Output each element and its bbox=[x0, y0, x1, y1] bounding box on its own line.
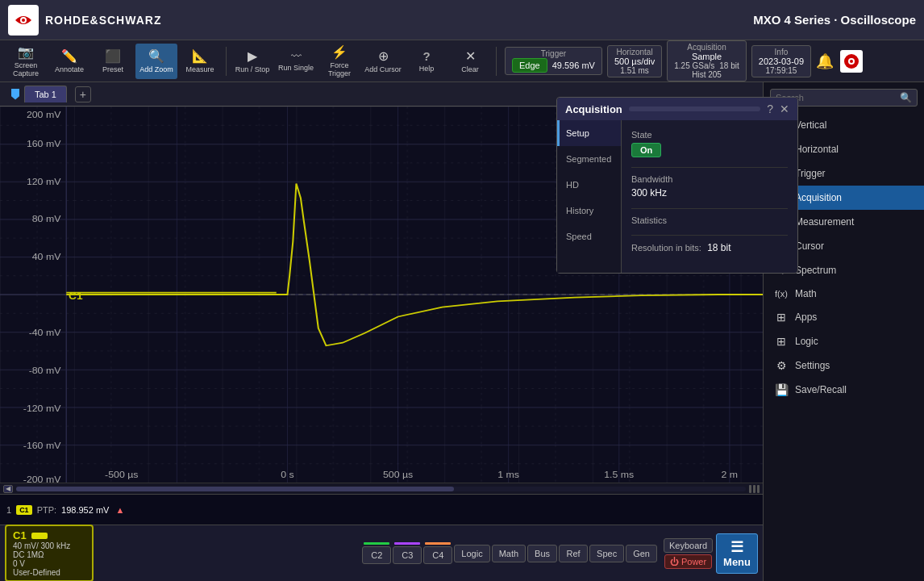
horizontal-status-group: Horizontal 500 µs/div 1.51 ms bbox=[607, 45, 662, 77]
acquisition-status-group: Acquisition Sample 1.25 GSa/s 18 bit His… bbox=[667, 40, 747, 82]
meas-warning-icon: ▲ bbox=[115, 505, 124, 515]
bandwidth-label: Bandwidth bbox=[631, 174, 788, 184]
scroll-left-icon: ◀ bbox=[6, 485, 10, 492]
ref-button[interactable]: Ref bbox=[559, 545, 588, 562]
run-stop-button[interactable]: ▶ Run / Stop bbox=[231, 44, 273, 79]
acquisition-panel-title: Acquisition bbox=[565, 103, 622, 115]
bandwidth-value: 300 kHz bbox=[631, 187, 788, 199]
acq-segmented-item[interactable]: Segmented bbox=[557, 146, 621, 172]
panel-resize-handle[interactable] bbox=[629, 107, 760, 111]
acquisition-sidebar: Setup Segmented HD History Speed bbox=[557, 120, 622, 273]
clear-button[interactable]: ✕ Clear bbox=[449, 44, 491, 79]
run-single-button[interactable]: 〰 Run Single bbox=[275, 44, 317, 79]
scroll-handle bbox=[757, 485, 760, 493]
menu-icon: ☰ bbox=[723, 538, 751, 556]
measure-icon: 📐 bbox=[192, 48, 208, 64]
add-zoom-button[interactable]: 🔍 Add Zoom bbox=[135, 44, 177, 79]
nav-item-apps[interactable]: ⊞ Apps bbox=[764, 305, 924, 329]
trigger-edge-btn[interactable]: Edge bbox=[512, 58, 547, 73]
annotate-button[interactable]: ✏️ Annotate bbox=[48, 44, 90, 79]
svg-text:500 µs: 500 µs bbox=[383, 470, 413, 479]
panel-close-btn[interactable]: ✕ bbox=[780, 102, 789, 115]
state-toggle[interactable]: On bbox=[631, 143, 661, 157]
svg-text:200 mV: 200 mV bbox=[27, 111, 61, 119]
math-button[interactable]: Math bbox=[492, 545, 526, 562]
camera-icon: 📷 bbox=[18, 44, 34, 60]
c3-color-strip bbox=[394, 542, 420, 545]
info-label: Info bbox=[775, 48, 789, 56]
svg-text:1 ms: 1 ms bbox=[497, 470, 519, 479]
resolution-value: 18 bit bbox=[707, 242, 730, 253]
logic-icon: ⊞ bbox=[774, 335, 789, 348]
tab-1[interactable]: Tab 1 bbox=[24, 86, 67, 102]
nav-item-settings[interactable]: ⚙ Settings bbox=[764, 353, 924, 378]
channel-color-bar bbox=[31, 533, 48, 539]
svg-text:-200 mV: -200 mV bbox=[23, 475, 61, 483]
logic-button[interactable]: Logic bbox=[454, 545, 489, 562]
svg-text:-120 mV: -120 mV bbox=[23, 403, 61, 412]
channel-name: C1 bbox=[13, 529, 27, 541]
bus-button[interactable]: Bus bbox=[527, 545, 557, 562]
scroll-track[interactable] bbox=[16, 487, 746, 491]
info-date: 2023-03-09 bbox=[759, 56, 804, 66]
divider-2 bbox=[631, 208, 788, 209]
acq-hd-item[interactable]: HD bbox=[557, 172, 621, 198]
channel-scale: 40 mV/ 300 kHz bbox=[13, 541, 85, 550]
acq-history-item[interactable]: History bbox=[557, 198, 621, 224]
horizontal-label: Horizontal bbox=[617, 48, 653, 56]
channel-offset: 0 V bbox=[13, 559, 85, 568]
add-cursor-button[interactable]: ⊕ Add Cursor bbox=[362, 44, 404, 79]
help-icon: ? bbox=[422, 49, 430, 63]
add-cursor-icon: ⊕ bbox=[378, 48, 389, 64]
scrollbar[interactable]: ◀ bbox=[0, 483, 763, 494]
channel-info-bar: C1 40 mV/ 300 kHz DC 1MΩ 0 V User-Define… bbox=[0, 525, 763, 581]
model-name: MXO 4 Series · Oscilloscope bbox=[753, 13, 916, 27]
save-recall-icon: 💾 bbox=[774, 383, 789, 396]
brand-logo bbox=[8, 5, 39, 36]
acquisition-rate: 1.25 GSa/s bbox=[674, 61, 714, 70]
horizontal-time-total: 1.51 ms bbox=[620, 66, 649, 75]
help-button[interactable]: ? Help bbox=[406, 44, 447, 79]
meas-channel-badge: C1 bbox=[16, 505, 32, 515]
run-single-icon: 〰 bbox=[291, 50, 302, 62]
svg-text:40 mV: 40 mV bbox=[32, 253, 61, 261]
panel-help-btn[interactable]: ? bbox=[767, 102, 773, 115]
power-button[interactable]: ⏻ Power bbox=[664, 554, 712, 569]
zoom-icon: 🔍 bbox=[148, 48, 164, 64]
acquisition-label: Acquisition bbox=[687, 43, 726, 52]
nav-item-logic[interactable]: ⊞ Logic bbox=[764, 329, 924, 353]
nav-item-save-recall[interactable]: 💾 Save/Recall bbox=[764, 378, 924, 402]
meas-index: 1 bbox=[6, 505, 11, 515]
acq-setup-item[interactable]: Setup bbox=[557, 120, 621, 146]
trigger-value: 49.596 mV bbox=[552, 61, 595, 70]
bottom-controls: C2 C3 C4 Logic Math Bus Ref Spec Ge bbox=[362, 533, 758, 574]
force-trigger-button[interactable]: ⚡ Force Trigger bbox=[318, 44, 360, 79]
c4-color-strip bbox=[425, 542, 451, 545]
c4-button[interactable]: C4 bbox=[423, 546, 452, 564]
menu-button[interactable]: ☰ Menu bbox=[716, 533, 758, 574]
bandwidth-row: Bandwidth 300 kHz bbox=[631, 174, 788, 199]
scroll-left-btn[interactable]: ◀ bbox=[3, 485, 13, 493]
resolution-label: Resolution in bits: bbox=[631, 243, 701, 253]
acq-speed-item[interactable]: Speed bbox=[557, 224, 621, 249]
scroll-thumb[interactable] bbox=[16, 487, 454, 491]
spec-button[interactable]: Spec bbox=[589, 545, 624, 562]
nav-item-math[interactable]: f(x) Math bbox=[764, 282, 924, 305]
alert-icon[interactable]: 🔔 bbox=[816, 52, 834, 70]
gen-button[interactable]: Gen bbox=[626, 545, 657, 562]
acquisition-hist: Hist 205 bbox=[692, 70, 722, 79]
keyboard-button[interactable]: Keyboard bbox=[664, 538, 713, 553]
svg-point-2 bbox=[22, 19, 25, 22]
c2-button[interactable]: C2 bbox=[362, 546, 391, 564]
scroll-handle-group bbox=[749, 485, 760, 493]
scroll-handle bbox=[753, 485, 755, 493]
preset-button[interactable]: ⬛ Preset bbox=[92, 44, 134, 79]
acquisition-main-content: State On Bandwidth 300 kHz Statistics Re… bbox=[622, 120, 797, 273]
info-status-group: Info 2023-03-09 17:59:15 bbox=[751, 45, 811, 77]
screen-capture-button[interactable]: 📷 Screen Capture bbox=[5, 44, 47, 79]
svg-text:160 mV: 160 mV bbox=[27, 140, 61, 148]
measure-button[interactable]: 📐 Measure bbox=[179, 44, 221, 79]
add-tab-button[interactable]: + bbox=[75, 86, 91, 102]
c3-button[interactable]: C3 bbox=[393, 546, 422, 564]
trigger-label: Trigger bbox=[541, 49, 566, 58]
